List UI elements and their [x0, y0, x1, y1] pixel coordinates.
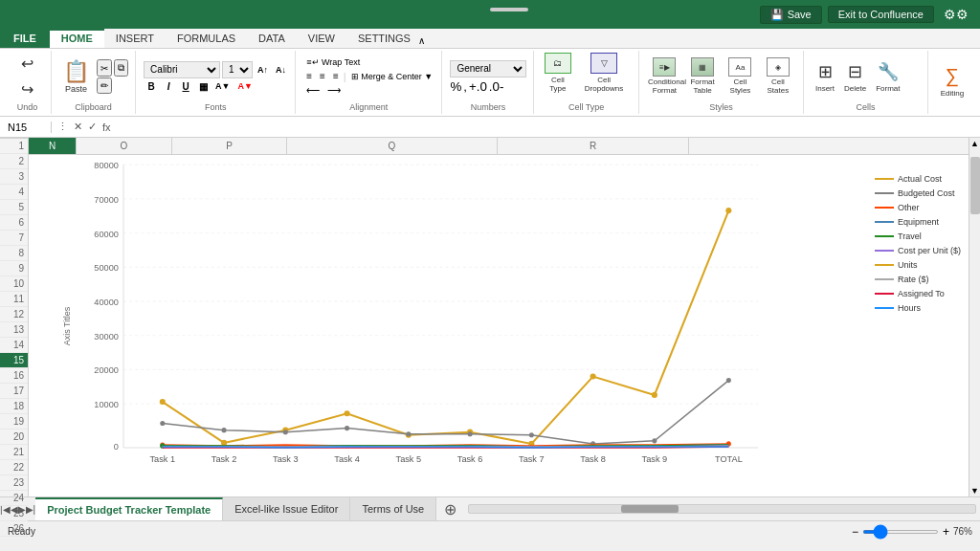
align-right-button[interactable]: ≡	[330, 70, 342, 82]
delete-button[interactable]: ⊟ Delete	[840, 59, 870, 95]
svg-point-44	[468, 431, 473, 436]
tab-file[interactable]: FILE	[0, 29, 50, 48]
ribbon: FILE HOME INSERT FORMULAS DATA VIEW SETT…	[0, 29, 980, 117]
decimal-increase-button[interactable]: +.0	[469, 79, 487, 94]
tab-home[interactable]: HOME	[50, 29, 104, 48]
copy-button[interactable]: ⧉	[114, 59, 128, 77]
conditional-format-button[interactable]: ≡▶ Conditional Format	[647, 56, 682, 97]
vertical-scrollbar[interactable]: ▲ ▼	[969, 138, 980, 496]
align-left-button[interactable]: ≡	[303, 70, 315, 82]
legend-units: Units	[875, 260, 961, 270]
legend-hours: Hours	[875, 303, 961, 313]
format-button[interactable]: 🔧 Format	[872, 59, 903, 95]
font-name-select[interactable]: Calibri	[144, 61, 220, 78]
tab-insert[interactable]: INSERT	[104, 29, 166, 48]
font-color-button[interactable]: A▼	[235, 80, 256, 92]
row-7: 7	[0, 231, 28, 246]
save-button[interactable]: 💾 Save	[760, 6, 822, 24]
fill-color-button[interactable]: A▼	[212, 80, 233, 92]
sheet-tab-issue-editor[interactable]: Excel-like Issue Editor	[223, 497, 350, 520]
bold-button[interactable]: B	[144, 80, 159, 93]
tab-settings[interactable]: SETTINGS	[346, 29, 422, 48]
insert-button[interactable]: ⊞ Insert	[812, 59, 838, 95]
confirm-formula-button[interactable]: ✓	[86, 121, 99, 133]
scroll-thumb[interactable]	[970, 157, 980, 214]
col-header-p[interactable]: P	[172, 138, 287, 154]
formula-bar-splitter[interactable]	[490, 8, 528, 11]
insert-function-button[interactable]: fx	[100, 121, 113, 133]
legend-dot-equipment	[875, 221, 894, 223]
col-header-n[interactable]: N	[29, 138, 77, 154]
cell-states-button[interactable]: ◈ Cell States	[761, 56, 795, 97]
col-header-q[interactable]: Q	[287, 138, 498, 154]
border-button[interactable]: ▦	[195, 80, 211, 93]
title-bar: 💾 Save Exit to Confluence ⚙⚙	[0, 0, 980, 29]
sheet-tab-terms[interactable]: Terms of Use	[350, 497, 436, 520]
cell-styles-button[interactable]: Aa Cell Styles	[723, 56, 757, 97]
legend-dot-budgeted-cost	[875, 192, 894, 194]
svg-text:Task 2: Task 2	[212, 454, 237, 464]
formula-menu-button[interactable]: ⋮	[56, 121, 70, 133]
undo-button[interactable]: ↩	[19, 53, 35, 75]
svg-text:TOTAL: TOTAL	[715, 454, 743, 464]
row-1: 1	[0, 139, 28, 154]
cell-reference-input[interactable]	[4, 121, 52, 133]
redo-button[interactable]: ↪	[19, 78, 35, 100]
svg-text:70000: 70000	[94, 195, 119, 205]
svg-point-40	[222, 428, 227, 432]
col-header-r[interactable]: R	[498, 138, 689, 154]
indent-increase-button[interactable]: ⟶	[324, 84, 344, 97]
font-shrink-button[interactable]: A↓	[273, 64, 289, 76]
settings-icon-button[interactable]: ⚙⚙	[940, 5, 972, 24]
horizontal-scrollbar[interactable]	[468, 504, 976, 514]
paste-button[interactable]: 📋 Paste	[59, 55, 93, 98]
formula-bar: ⋮ ✕ ✓ fx	[0, 117, 980, 138]
wrap-text-button[interactable]: ≡↵ Wrap Text	[303, 56, 363, 68]
decimal-decrease-button[interactable]: .0-	[489, 79, 504, 94]
cut-button[interactable]: ✂	[97, 59, 112, 77]
editing-label	[936, 110, 969, 112]
alignment-label: Alignment	[303, 100, 434, 112]
zoom-in-button[interactable]: +	[943, 525, 949, 539]
font-grow-button[interactable]: A↑	[255, 64, 271, 76]
svg-point-41	[283, 430, 288, 434]
indent-decrease-button[interactable]: ⟵	[303, 84, 323, 97]
sheet-tab-label-3: Terms of Use	[362, 503, 424, 515]
underline-button[interactable]: U	[178, 80, 193, 93]
ribbon-collapse-button[interactable]: ∧	[418, 35, 425, 46]
cell-dropdowns-button[interactable]: ▽ Cell Dropdowns	[577, 53, 631, 93]
italic-button[interactable]: I	[161, 80, 176, 93]
svg-text:50000: 50000	[94, 263, 119, 273]
formula-input[interactable]	[117, 121, 976, 133]
align-center-button[interactable]: ≡	[317, 70, 328, 82]
merge-center-button[interactable]: ⊞ Merge & Center ▼	[348, 71, 435, 82]
scroll-up-button[interactable]: ▲	[969, 138, 980, 149]
svg-text:40000: 40000	[94, 298, 119, 307]
svg-text:20000: 20000	[94, 365, 119, 375]
exit-button[interactable]: Exit to Confluence	[828, 6, 934, 23]
col-header-o[interactable]: O	[77, 138, 172, 154]
svg-text:Task 6: Task 6	[457, 454, 483, 464]
cell-type-button[interactable]: 🗂 Cell Type	[542, 53, 573, 93]
font-size-select[interactable]: 11	[222, 61, 253, 78]
scroll-down-button[interactable]: ▼	[969, 485, 980, 496]
tab-data[interactable]: DATA	[247, 29, 297, 48]
format-painter-button[interactable]: ✏	[97, 77, 112, 94]
cancel-formula-button[interactable]: ✕	[72, 121, 84, 133]
add-sheet-button[interactable]: ⊕	[436, 497, 464, 520]
tab-view[interactable]: VIEW	[297, 29, 346, 48]
horizontal-scroll-thumb[interactable]	[621, 505, 679, 513]
y-axis-label: Axis Titles	[62, 306, 72, 345]
format-table-button[interactable]: ▦ Format Table	[685, 56, 720, 97]
numbers-group: General % , +.0 .0- Numbers	[442, 51, 534, 114]
zoom-slider[interactable]	[862, 530, 939, 534]
comma-button[interactable]: ,	[463, 79, 467, 94]
percent-button[interactable]: %	[450, 79, 461, 94]
zoom-out-button[interactable]: −	[852, 525, 858, 539]
insert-icon: ⊞	[818, 61, 833, 82]
editing-button[interactable]: ∑ Editing	[937, 63, 968, 99]
sheet-tab-project-budget[interactable]: Project Budget Tracker Template	[35, 497, 223, 520]
legend-dot-units	[875, 264, 894, 266]
number-format-select[interactable]: General	[450, 60, 526, 77]
tab-formulas[interactable]: FORMULAS	[166, 29, 247, 48]
